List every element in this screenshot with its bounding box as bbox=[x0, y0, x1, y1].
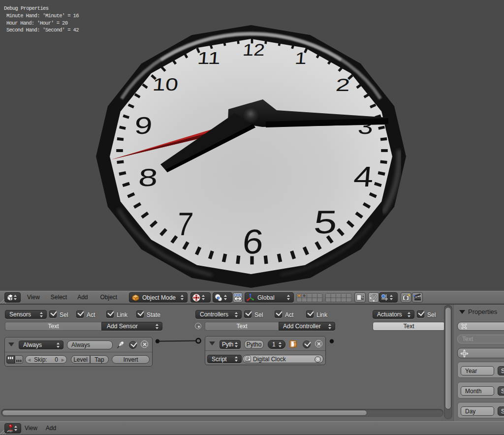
svg-text:10: 10 bbox=[152, 74, 179, 94]
svg-text:7: 7 bbox=[176, 206, 194, 242]
svg-text:9: 9 bbox=[133, 112, 154, 139]
svg-text:1: 1 bbox=[294, 49, 307, 67]
svg-text:12: 12 bbox=[242, 40, 265, 59]
svg-text:6: 6 bbox=[241, 222, 265, 261]
svg-text:5: 5 bbox=[313, 204, 339, 240]
svg-text:2: 2 bbox=[335, 75, 351, 95]
svg-text:4: 4 bbox=[352, 160, 375, 192]
svg-text:8: 8 bbox=[137, 164, 159, 191]
svg-text:11: 11 bbox=[196, 48, 221, 67]
